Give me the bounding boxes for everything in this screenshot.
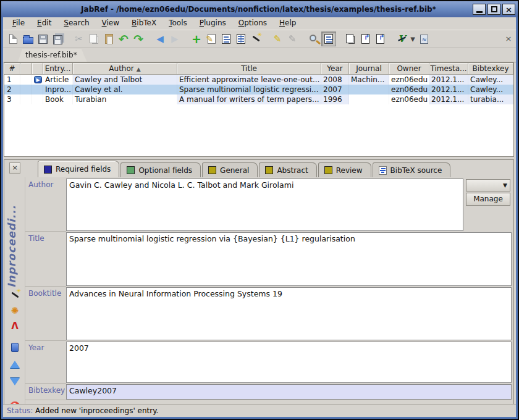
table-cell[interactable]: Machin... bbox=[349, 75, 389, 85]
redo-button[interactable]: ↷ bbox=[131, 32, 146, 46]
tab-abstract[interactable]: Abstract bbox=[259, 162, 316, 177]
push-to-winedt-button[interactable] bbox=[373, 32, 387, 46]
table-cell[interactable]: Book bbox=[43, 94, 73, 104]
field-input-year[interactable]: 2007 bbox=[66, 342, 512, 383]
save-all-databases-button[interactable] bbox=[50, 32, 65, 46]
wizard-wand-button[interactable] bbox=[8, 289, 22, 301]
edit-strings-button[interactable] bbox=[234, 32, 248, 46]
column-header-entrytype[interactable]: Entry... bbox=[43, 63, 73, 75]
previous-entry-button[interactable] bbox=[8, 358, 22, 371]
column-header-bibtexkey[interactable]: Bibtexkey bbox=[468, 63, 513, 75]
copy-citekey-button[interactable] bbox=[343, 32, 358, 46]
table-cell[interactable] bbox=[32, 94, 43, 104]
paste-button[interactable] bbox=[101, 32, 116, 46]
minimize-button[interactable] bbox=[473, 4, 486, 15]
column-header-timestamp[interactable]: Timesta... bbox=[429, 63, 468, 75]
menu-view[interactable]: View bbox=[96, 17, 125, 29]
table-cell[interactable]: Cawley et al. bbox=[73, 85, 177, 94]
menu-bibtex[interactable]: BibTeX bbox=[126, 17, 162, 29]
tab-general[interactable]: General bbox=[202, 162, 258, 177]
table-cell[interactable]: Sparse multinomial logistic regressi... bbox=[177, 85, 321, 94]
copy-button[interactable] bbox=[86, 32, 101, 46]
table-cell[interactable] bbox=[349, 85, 389, 94]
save-database-button[interactable] bbox=[35, 32, 50, 46]
table-cell[interactable]: 2012.1... bbox=[429, 75, 468, 85]
table-cell[interactable]: ▶ bbox=[32, 75, 43, 85]
column-header-year[interactable]: Year bbox=[321, 63, 349, 75]
unmark-entries-button[interactable]: ✎ bbox=[285, 32, 300, 46]
table-cell[interactable] bbox=[32, 85, 43, 94]
table-cell[interactable] bbox=[20, 75, 32, 85]
table-cell[interactable] bbox=[20, 94, 32, 104]
field-input-booktitle[interactable]: Advances in Neural Information Processin… bbox=[66, 287, 512, 340]
next-entry-button[interactable] bbox=[8, 376, 22, 388]
name-format-dropdown[interactable] bbox=[466, 179, 510, 191]
push-to-application-button[interactable] bbox=[358, 32, 373, 46]
table-cell[interactable]: 2008 bbox=[321, 75, 349, 85]
close-entry-editor-icon[interactable]: × bbox=[9, 162, 20, 174]
table-cell[interactable]: ezn06edu bbox=[389, 75, 429, 85]
table-cell[interactable]: 2012.1... bbox=[429, 85, 468, 94]
undo-button[interactable]: ↶ bbox=[116, 32, 131, 46]
column-header-number[interactable]: # bbox=[4, 63, 20, 75]
menu-help[interactable]: Help bbox=[274, 17, 302, 29]
pdf-button[interactable]: Λ bbox=[8, 320, 22, 332]
tab-review[interactable]: Review bbox=[318, 162, 371, 177]
entry-table[interactable]: # Entry... Author▲ Title Year Journal Ow… bbox=[4, 62, 514, 157]
column-header-file[interactable] bbox=[32, 63, 43, 75]
table-row[interactable]: 3BookTurabianA manual for writers of ter… bbox=[4, 94, 513, 104]
open-database-button[interactable] bbox=[20, 32, 35, 46]
column-header-marked[interactable] bbox=[20, 63, 32, 75]
table-cell[interactable]: A manual for writers of term papers... bbox=[177, 94, 321, 104]
push-dropdown-arrow-button[interactable]: ▾ bbox=[409, 32, 416, 46]
new-entry-button[interactable]: + bbox=[189, 32, 204, 46]
menu-edit[interactable]: Edit bbox=[32, 17, 57, 29]
cut-button[interactable]: ✂ bbox=[72, 32, 86, 46]
column-header-author[interactable]: Author▲ bbox=[73, 63, 177, 75]
table-cell[interactable]: 2012.1... bbox=[429, 94, 468, 104]
table-cell[interactable]: Cawley and Talbot bbox=[73, 75, 177, 85]
table-cell[interactable]: 1996 bbox=[321, 94, 349, 104]
field-input-author[interactable]: Gavin C. Cawley and Nicola L. C. Talbot … bbox=[66, 178, 463, 231]
table-cell[interactable]: ezn06edu bbox=[389, 94, 429, 104]
table-cell[interactable]: turabia... bbox=[468, 94, 513, 104]
table-cell[interactable]: Inpro... bbox=[43, 85, 73, 94]
gear-button[interactable]: ✺ bbox=[8, 304, 22, 317]
external-link-icon[interactable]: ▶ bbox=[34, 76, 42, 83]
openoffice-button[interactable] bbox=[416, 32, 431, 46]
menu-plugins[interactable]: Plugins bbox=[194, 17, 232, 29]
table-cell[interactable]: Efficient approximate leave-one-out... bbox=[177, 75, 321, 85]
column-header-title[interactable]: Title bbox=[177, 63, 321, 75]
field-input-title[interactable]: Sparse multinomial logistic regression v… bbox=[66, 232, 512, 286]
mark-entries-button[interactable]: ✎ bbox=[270, 32, 285, 46]
column-header-journal[interactable]: Journal bbox=[349, 63, 389, 75]
toggle-preview-button[interactable] bbox=[321, 32, 336, 46]
table-cell[interactable]: 2007 bbox=[321, 85, 349, 94]
table-cell[interactable]: Turabian bbox=[73, 94, 177, 104]
database-tab[interactable]: thesis-ref.bib* bbox=[18, 49, 87, 62]
field-input-bibtexkey[interactable]: Cawley2007 bbox=[66, 384, 512, 400]
tab-bibtex-source[interactable]: BibTeX source bbox=[373, 162, 451, 177]
tab-optional-fields[interactable]: Optional fields bbox=[120, 162, 201, 177]
menu-tools[interactable]: Tools bbox=[163, 17, 193, 29]
table-cell[interactable]: 2 bbox=[4, 85, 20, 94]
edit-preamble-button[interactable] bbox=[219, 32, 234, 46]
close-pane-icon[interactable]: × bbox=[503, 33, 514, 44]
table-row[interactable]: 1▶ArticleCawley and TalbotEfficient appr… bbox=[4, 75, 513, 85]
open-file-button[interactable] bbox=[8, 341, 22, 353]
edit-entry-button[interactable] bbox=[204, 32, 219, 46]
manage-button[interactable]: Manage bbox=[466, 193, 510, 206]
menu-file[interactable]: File bbox=[7, 17, 30, 29]
table-cell[interactable]: ezn06edu bbox=[389, 85, 429, 94]
table-cell[interactable] bbox=[20, 85, 32, 94]
table-cell[interactable]: 1 bbox=[4, 75, 20, 85]
push-to-lyx-button[interactable]: V bbox=[394, 32, 409, 46]
search-button[interactable] bbox=[306, 32, 321, 46]
table-cell[interactable]: Article bbox=[43, 75, 73, 85]
back-button[interactable]: ◀ bbox=[153, 32, 167, 46]
menu-options[interactable]: Options bbox=[233, 17, 272, 29]
maximize-button[interactable] bbox=[487, 4, 500, 15]
forward-button[interactable]: ▶ bbox=[167, 32, 182, 46]
column-header-owner[interactable]: Owner bbox=[389, 63, 429, 75]
title-bar[interactable]: JabRef - /home/ezn06edu/Documents/nonfic… bbox=[1, 1, 518, 17]
